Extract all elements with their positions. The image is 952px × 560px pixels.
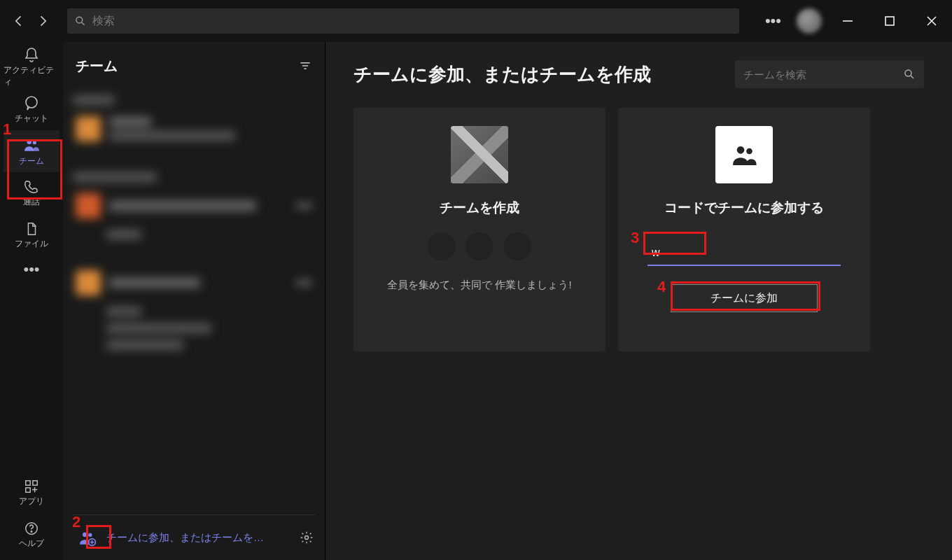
rail-label: 通話: [23, 196, 40, 208]
forward-button[interactable]: [31, 9, 55, 33]
phone-icon: [24, 179, 39, 195]
people-icon: [22, 136, 41, 154]
rail-label: ヘルプ: [19, 538, 44, 550]
profile-avatar[interactable]: [797, 8, 822, 34]
svg-line-22: [911, 76, 913, 78]
svg-point-21: [905, 70, 911, 76]
filter-icon[interactable]: [298, 59, 312, 73]
panel-footer: チームに参加、またはチームを…: [63, 515, 325, 560]
create-team-card[interactable]: チームを作成 全員を集めて、共同で 作業しましょう!: [354, 108, 606, 351]
join-create-team-icon: [77, 527, 98, 548]
apps-icon: [24, 479, 39, 494]
global-search-input[interactable]: [92, 15, 732, 27]
svg-rect-3: [886, 17, 894, 25]
title-bar: •••: [0, 0, 952, 42]
chat-icon: [23, 94, 40, 111]
join-team-card: コードでチームに参加する チームに参加: [618, 108, 870, 351]
join-team-icon: [715, 126, 773, 183]
rail-more[interactable]: •••: [23, 260, 39, 279]
join-team-title: コードでチームに参加する: [664, 199, 824, 217]
team-search-input[interactable]: [743, 69, 903, 80]
page-title: チームに参加、またはチームを作成: [354, 62, 651, 87]
search-icon: [903, 68, 916, 80]
rail-label: アプリ: [19, 496, 44, 507]
svg-line-1: [82, 22, 85, 25]
svg-rect-11: [26, 487, 30, 491]
manage-teams-gear-icon[interactable]: [300, 531, 314, 545]
create-team-title: チームを作成: [440, 199, 519, 217]
rail-files[interactable]: ファイル: [4, 214, 59, 256]
rail-apps[interactable]: アプリ: [4, 472, 59, 514]
rail-activity[interactable]: アクティビティ: [4, 46, 59, 88]
app-rail: アクティビティ チャット チーム 通話 ファイル ••• アプリ: [0, 42, 63, 560]
team-code-field[interactable]: [648, 241, 841, 266]
join-team-button[interactable]: チームに参加: [671, 284, 818, 312]
team-item-more[interactable]: •••: [296, 274, 312, 292]
rail-label: チーム: [19, 155, 44, 167]
rail-label: チャット: [15, 113, 48, 125]
main-content: チームに参加、またはチームを作成 チームを作成 全員を集めて、共同で 作業しまし…: [326, 42, 952, 560]
svg-point-23: [737, 146, 745, 154]
window-close-button[interactable]: [916, 5, 948, 37]
window-minimize-button[interactable]: [832, 5, 864, 37]
create-team-image: [451, 126, 508, 183]
rail-teams[interactable]: チーム: [4, 130, 59, 172]
teams-list: ••• •••: [63, 90, 325, 514]
rail-label: ファイル: [15, 238, 48, 250]
panel-title: チーム: [76, 57, 118, 76]
join-create-team-link[interactable]: チームに参加、またはチームを…: [106, 531, 264, 545]
team-item-more[interactable]: •••: [296, 197, 312, 215]
svg-point-24: [746, 148, 752, 155]
rail-chat[interactable]: チャット: [4, 88, 59, 130]
svg-point-13: [31, 531, 31, 531]
svg-point-18: [88, 533, 92, 537]
settings-more-button[interactable]: •••: [760, 12, 787, 30]
svg-point-17: [83, 532, 88, 537]
back-button[interactable]: [7, 9, 31, 33]
create-team-description: 全員を集めて、共同で 作業しましょう!: [387, 279, 571, 292]
svg-point-0: [76, 17, 83, 23]
rail-calls[interactable]: 通話: [4, 172, 59, 214]
window-maximize-button[interactable]: [874, 5, 906, 37]
svg-rect-9: [26, 480, 30, 484]
avatar-placeholder-row: [428, 232, 531, 260]
svg-point-6: [26, 97, 37, 108]
rail-label: アクティビティ: [4, 64, 59, 88]
global-search[interactable]: [67, 8, 739, 34]
svg-point-20: [305, 536, 309, 540]
search-icon: [74, 15, 87, 27]
help-icon: [24, 521, 39, 536]
team-search[interactable]: [735, 60, 924, 88]
rail-help[interactable]: ヘルプ: [4, 514, 59, 556]
svg-point-7: [27, 139, 32, 144]
file-icon: [24, 221, 39, 237]
team-code-input[interactable]: [652, 246, 836, 259]
bell-icon: [23, 46, 40, 63]
svg-rect-10: [33, 480, 37, 484]
panel-header: チーム: [63, 42, 325, 90]
svg-point-8: [33, 141, 36, 144]
join-team-button-label: チームに参加: [710, 291, 778, 306]
teams-panel: チーム ••• •••: [63, 42, 326, 560]
